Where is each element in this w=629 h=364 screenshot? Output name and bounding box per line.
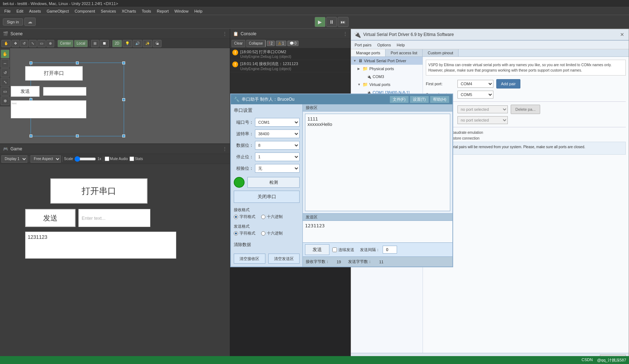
sh-send-hex-radio[interactable] (261, 231, 265, 236)
sh-stopbits-select[interactable]: 1 (255, 153, 300, 161)
menu-gameobject[interactable]: GameObject (44, 8, 72, 14)
vspd-menu-options[interactable]: Options (376, 42, 392, 48)
sh-close-port-button[interactable]: 关闭串口 (234, 191, 300, 203)
vspd-menu-help[interactable]: Help (395, 42, 406, 48)
game-send-button[interactable]: 发送 (25, 209, 76, 227)
sh-menu-settings[interactable]: 设置(T) (410, 96, 429, 103)
scene-snap-btn[interactable]: 🔲 (100, 40, 109, 47)
console-clear-button[interactable]: Clear (232, 40, 245, 47)
game-panel-menu[interactable]: ⋮ (223, 146, 227, 151)
menu-window[interactable]: Window (172, 8, 191, 14)
game-text-input[interactable]: Enter text... (78, 209, 150, 227)
console-panel-menu[interactable]: ⋮ (343, 31, 347, 36)
menu-help[interactable]: Help (191, 8, 205, 14)
scene-combined-tool[interactable]: ⊕ (46, 40, 54, 47)
scene-grid-btn[interactable]: ⊞ (91, 40, 99, 47)
sh-send-hex-option[interactable]: 十六进制 (261, 231, 283, 236)
sh-send-input[interactable] (303, 221, 452, 242)
handle-bm[interactable] (76, 135, 79, 137)
vspd-tab-pinout[interactable]: Custom pinout (423, 49, 459, 56)
scene-combined-icon[interactable]: ⊕ (1, 96, 9, 105)
cloud-icon[interactable]: ☁ (24, 18, 36, 26)
scene-panel-menu[interactable]: ⋮ (223, 31, 227, 36)
menu-assets[interactable]: Assets (26, 8, 44, 14)
handle-bl[interactable] (29, 135, 32, 137)
vspd-delete-second-select[interactable]: no port selected (457, 116, 508, 124)
vspd-virtual-ports-group[interactable]: ▼ 📁 Virtual ports (351, 81, 423, 88)
sh-parity-select[interactable]: 无 (255, 164, 300, 173)
vspd-tab-access[interactable]: Port access list (386, 49, 423, 56)
scene-center-pivot[interactable]: Center (58, 40, 73, 47)
sh-recv-char-radio[interactable] (234, 215, 238, 219)
sh-clear-send-button[interactable]: 清空发送区 (268, 254, 300, 264)
menu-component[interactable]: Component (72, 8, 98, 14)
game-aspect-select[interactable]: Free Aspect (31, 155, 61, 163)
sh-send-button[interactable]: 发送 (305, 244, 329, 255)
vspd-tab-manage[interactable]: Manage ports (351, 49, 386, 56)
vspd-delete-pair-button[interactable]: Delete pa... (511, 105, 540, 114)
vspd-tree-root[interactable]: ▼ 🖥 Virtual Serial Port Driver (351, 57, 423, 65)
console-entry-1[interactable]: ! [18:01:14] 接收到消息：1231123 UnityEngine.D… (230, 60, 350, 72)
handle-tm[interactable] (76, 62, 79, 64)
handle-tl[interactable] (29, 62, 32, 64)
console-entry-0[interactable]: ! [18:00:52] 打开串口COM2 UnityEngine.Debug:… (230, 48, 350, 60)
scene-2d-btn[interactable]: 2D (112, 40, 122, 47)
sh-port-select[interactable]: COM1 (255, 118, 300, 127)
menu-file[interactable]: File (1, 8, 14, 14)
sh-continuous-checkbox[interactable] (332, 247, 337, 252)
play-button[interactable]: ▶ (315, 17, 325, 27)
sign-in-button[interactable]: Sign in (3, 18, 23, 26)
sh-recv-hex-radio[interactable] (261, 215, 265, 219)
sh-databits-select[interactable]: 8 (255, 141, 300, 150)
sh-recv-char-option[interactable]: 字符格式 (234, 214, 255, 219)
vspd-second-port-select[interactable]: COM5 (457, 91, 493, 99)
sh-detect-button[interactable]: 检测 (247, 177, 300, 188)
sh-menu-file[interactable]: 文件(F) (389, 96, 409, 103)
scene-move-tool[interactable]: ✥ (12, 40, 19, 47)
scene-scale-tool[interactable]: ⤡ (29, 40, 37, 47)
menu-xcharts[interactable]: XCharts (119, 8, 139, 14)
step-button[interactable]: ⏭ (338, 17, 348, 27)
game-display-select[interactable]: Display 1 (1, 155, 27, 163)
mute-audio-checkbox[interactable] (105, 156, 109, 161)
vspd-menu-portpairs[interactable]: Port pairs (353, 42, 373, 48)
sh-send-char-option[interactable]: 字符格式 (234, 231, 255, 236)
game-open-serial-button[interactable]: 打开串口 (50, 178, 147, 204)
menu-services[interactable]: Services (98, 8, 119, 14)
vspd-add-pair-button[interactable]: Add pair (496, 79, 520, 88)
scene-audio-btn[interactable]: 🔊 (133, 40, 142, 47)
scale-slider[interactable] (74, 156, 96, 162)
vspd-close-button[interactable]: ✕ (619, 31, 626, 38)
sh-clear-recv-button[interactable]: 清空接收区 (234, 254, 265, 264)
sh-recv-hex-option[interactable]: 十六进制 (261, 214, 283, 219)
scene-hand-icon[interactable]: ✋ (1, 50, 9, 58)
vspd-physical-ports-group[interactable]: ▶ 📁 Physical ports (351, 65, 423, 73)
scene-rotate-icon[interactable]: ↺ (1, 68, 9, 77)
sh-baud-select[interactable]: 38400 (255, 129, 300, 138)
handle-br[interactable] (122, 135, 125, 137)
sh-interval-input[interactable] (383, 246, 397, 254)
scene-hand-tool[interactable]: ✋ (1, 40, 11, 47)
pause-button[interactable]: ⏸ (326, 17, 337, 27)
vspd-delete-first-select[interactable]: no port selected (457, 105, 508, 113)
vspd-first-port-select[interactable]: COM4 (457, 80, 493, 88)
stats-checkbox[interactable] (129, 156, 134, 161)
sh-menu-help[interactable]: 帮助(H) (430, 96, 450, 103)
scene-local-global[interactable]: Local (74, 40, 88, 47)
menu-report[interactable]: Report (154, 8, 172, 14)
scene-rect-icon[interactable]: ▭ (1, 87, 9, 96)
scene-light-btn[interactable]: 💡 (123, 40, 132, 47)
scene-fx-btn[interactable]: ✨ (143, 40, 152, 47)
sh-send-char-radio[interactable] (234, 231, 238, 236)
scene-transform-icon[interactable]: ↔ (1, 59, 9, 68)
scene-rect-tool[interactable]: ▭ (37, 40, 46, 47)
scene-rotate-tool[interactable]: ↺ (20, 40, 28, 47)
menu-tools[interactable]: Tools (139, 8, 154, 14)
vspd-com3-item[interactable]: 🔌 COM3 (351, 73, 423, 81)
handle-tr[interactable] (122, 62, 125, 64)
scene-scale-icon[interactable]: ⤡ (1, 78, 9, 86)
handle-rm[interactable] (122, 98, 125, 101)
menu-edit[interactable]: Edit (14, 8, 26, 14)
console-collapse-button[interactable]: Collapse (246, 40, 266, 47)
scene-skybox-btn[interactable]: 🌤 (153, 40, 161, 47)
